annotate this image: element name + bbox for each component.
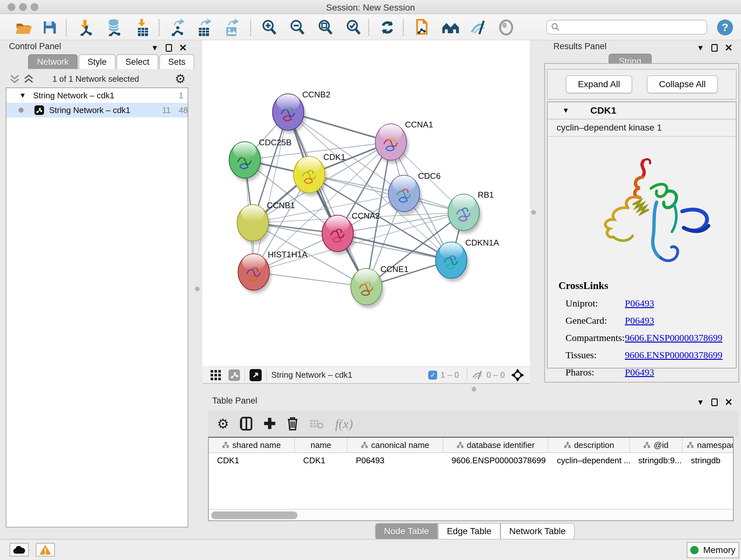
network-collection-row[interactable]: ▼ String Network – cdk1 1 [6, 88, 188, 103]
crosslink-link[interactable]: P06493 [625, 367, 654, 378]
node-HIST1H1A[interactable]: HIST1H1A [238, 250, 308, 294]
tab-edge-table[interactable]: Edge Table [438, 523, 500, 540]
table-cell[interactable]: cyclin–dependent ... [549, 453, 630, 468]
export-image-icon[interactable] [223, 18, 241, 37]
gear-icon[interactable]: ⚙ [175, 72, 186, 86]
float-panel-icon[interactable] [711, 398, 718, 406]
column-header-name[interactable]: name [295, 438, 347, 452]
collapse-all-button[interactable]: Collapse All [647, 75, 718, 93]
search-input[interactable] [560, 22, 697, 32]
table-cell[interactable]: CDK1 [209, 453, 295, 468]
collapse-panel-icon[interactable]: ▼ [697, 398, 704, 407]
network-row[interactable]: String Network – cdk1 11 48 [6, 103, 188, 118]
zoom-in-icon[interactable] [260, 18, 278, 37]
control-panel-title: Control Panel [9, 42, 61, 51]
table-cell[interactable]: stringdb [683, 453, 734, 468]
node-CDC6[interactable]: CDC6 [388, 171, 441, 215]
tab-select[interactable]: Select [117, 54, 158, 69]
show-columns-icon[interactable] [240, 416, 253, 431]
node-CCNE1[interactable]: CCNE1 [351, 264, 408, 308]
node-CCNB1[interactable]: CCNB1 [237, 200, 295, 244]
column-header-shared-name[interactable]: shared name [209, 438, 295, 452]
column-header-database-identifier[interactable]: database identifier [443, 438, 549, 452]
network-view-icon[interactable] [228, 369, 240, 381]
first-neighbors-icon[interactable] [442, 18, 460, 37]
collapse-panel-icon[interactable]: ▼ [151, 44, 158, 52]
tab-style[interactable]: Style [78, 54, 116, 69]
crosslink-link[interactable]: P06493 [625, 315, 654, 326]
string-import-icon[interactable] [412, 18, 430, 37]
column-header--id[interactable]: @id [630, 438, 683, 452]
collapse-panel-icon[interactable]: ▼ [697, 44, 704, 52]
gray-eye-icon[interactable] [497, 18, 515, 37]
crosslink-link[interactable]: 9606.ENSP00000378699 [625, 332, 723, 343]
cloud-button[interactable] [10, 543, 29, 557]
memory-button[interactable]: Memory [687, 542, 739, 558]
node-details-header[interactable]: ▼ CDK1 [548, 102, 736, 119]
import-network-file-icon[interactable] [78, 18, 96, 37]
zoom-fit-icon[interactable] [317, 18, 334, 37]
close-panel-icon[interactable]: ✕ [725, 396, 733, 408]
close-panel-icon[interactable]: ✕ [179, 42, 187, 53]
tab-sets[interactable]: Sets [159, 54, 194, 69]
table-cell[interactable]: CDK1 [295, 453, 347, 468]
open-session-icon[interactable] [15, 18, 33, 37]
create-column-icon[interactable]: ✚ [264, 415, 276, 432]
crosslink-link[interactable]: 9606.ENSP00000378699 [625, 350, 723, 361]
zoom-out-icon[interactable] [288, 18, 307, 37]
collection-expand-icon[interactable]: ▼ [19, 91, 26, 100]
node-table[interactable]: shared namenamecanonical namedatabase id… [208, 437, 734, 521]
node-CDKN1A[interactable]: CDKN1A [435, 238, 499, 282]
node-RB1[interactable]: RB1 [448, 190, 494, 234]
warnings-button[interactable] [36, 543, 55, 557]
tab-node-table[interactable]: Node Table [375, 523, 438, 540]
float-panel-icon[interactable] [165, 44, 172, 52]
hidden-eye-icon[interactable] [472, 370, 483, 380]
table-horizontal-scrollbar[interactable] [209, 509, 733, 520]
network-canvas[interactable]: CCNB2CCNA1CDC25BCDK1CDC6RB1CCNB1CCNA2CDK… [202, 40, 530, 367]
table-cell[interactable]: stringdb:9... [630, 453, 683, 468]
close-panel-icon[interactable]: ✕ [725, 42, 733, 53]
save-session-icon[interactable] [41, 18, 59, 37]
function-builder-icon[interactable]: f(x) [335, 416, 353, 431]
column-header-description[interactable]: description [549, 438, 630, 452]
expand-all-button[interactable]: Expand All [566, 75, 632, 93]
horizontal-splitter-handle[interactable] [472, 387, 476, 391]
column-header-canonical-name[interactable]: canonical name [347, 438, 443, 452]
edge-CCNB2-HIST1H1A[interactable] [254, 112, 288, 272]
delete-columns-icon[interactable] [286, 416, 299, 431]
node-CCNA1[interactable]: CCNA1 [375, 120, 433, 164]
import-table-file-icon[interactable] [134, 18, 152, 37]
table-row[interactable]: CDK1CDK1P064939606.ENSP00000378699cyclin… [209, 453, 733, 468]
refresh-icon[interactable] [379, 18, 396, 37]
crosslink-label: GeneCard: [565, 315, 625, 326]
search-field[interactable] [546, 20, 707, 35]
node-CDC25B[interactable]: CDC25B [229, 138, 292, 181]
tab-network-table[interactable]: Network Table [500, 523, 575, 540]
help-icon[interactable]: ? [716, 18, 734, 37]
crosslink-link[interactable]: P06493 [625, 298, 654, 309]
birds-eye-toggle-icon[interactable] [511, 368, 525, 382]
node-CCNB2[interactable]: CCNB2 [273, 90, 330, 133]
grid-view-icon[interactable] [210, 369, 221, 381]
column-header-namespace[interactable]: namespace [683, 438, 734, 452]
float-panel-icon[interactable] [711, 44, 718, 52]
clear-table-icon[interactable] [310, 418, 324, 429]
table-cell[interactable]: 9606.ENSP00000378699 [443, 453, 549, 468]
scrollbar-thumb[interactable] [211, 511, 297, 519]
table-settings-gear-icon[interactable]: ⚙ [217, 416, 229, 432]
entry-expand-icon[interactable]: ▼ [562, 106, 569, 115]
edge-CCNB2-CCNE1[interactable] [288, 112, 366, 287]
export-network-icon[interactable] [169, 18, 186, 37]
node-CCNA2[interactable]: CCNA2 [322, 211, 380, 255]
tab-network[interactable]: Network [28, 54, 77, 69]
zoom-selected-icon[interactable] [345, 18, 362, 37]
hide-selected-icon[interactable] [469, 18, 487, 37]
selected-checkbox-icon[interactable]: ✓ [428, 371, 437, 380]
left-splitter-handle[interactable] [195, 287, 199, 291]
export-table-icon[interactable] [195, 18, 213, 37]
import-network-database-icon[interactable] [105, 18, 123, 37]
table-cell[interactable]: P06493 [347, 453, 443, 468]
detach-view-icon[interactable] [250, 369, 262, 381]
node-CDK1[interactable]: CDK1 [293, 152, 345, 196]
